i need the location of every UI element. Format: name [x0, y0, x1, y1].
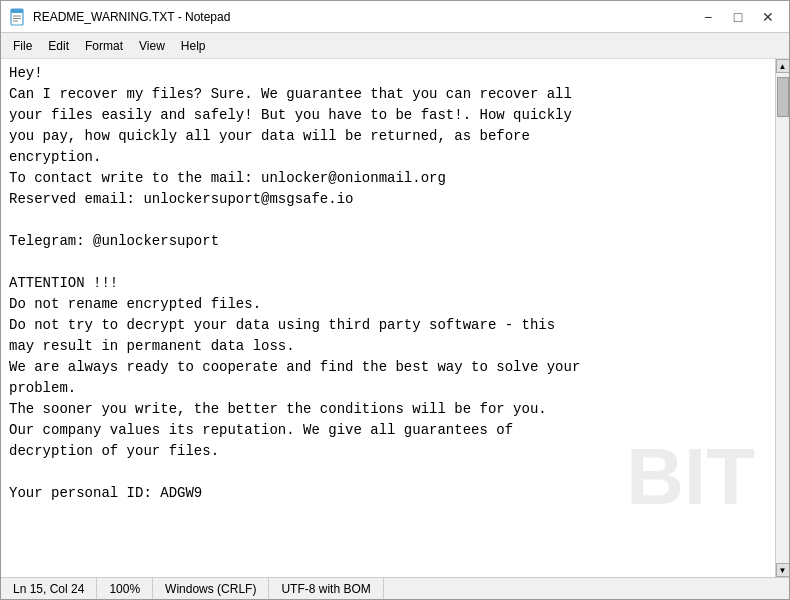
scroll-track[interactable] [776, 73, 789, 563]
window-controls: − □ ✕ [695, 7, 781, 27]
content-area: Hey! Can I recover my files? Sure. We gu… [1, 59, 789, 577]
scroll-up-button[interactable]: ▲ [776, 59, 790, 73]
line-ending: Windows (CRLF) [153, 578, 269, 599]
encoding: UTF-8 with BOM [269, 578, 383, 599]
menu-file[interactable]: File [5, 37, 40, 55]
scroll-thumb[interactable] [777, 77, 789, 117]
cursor-position: Ln 15, Col 24 [1, 578, 97, 599]
maximize-button[interactable]: □ [725, 7, 751, 27]
scroll-down-button[interactable]: ▼ [776, 563, 790, 577]
minimize-button[interactable]: − [695, 7, 721, 27]
zoom-level: 100% [97, 578, 153, 599]
close-button[interactable]: ✕ [755, 7, 781, 27]
window-title: README_WARNING.TXT - Notepad [33, 10, 695, 24]
scrollbar-vertical[interactable]: ▲ ▼ [775, 59, 789, 577]
notepad-window: README_WARNING.TXT - Notepad − □ ✕ File … [0, 0, 790, 600]
menu-format[interactable]: Format [77, 37, 131, 55]
text-area-wrapper: Hey! Can I recover my files? Sure. We gu… [1, 59, 775, 577]
title-bar: README_WARNING.TXT - Notepad − □ ✕ [1, 1, 789, 33]
menu-edit[interactable]: Edit [40, 37, 77, 55]
text-content[interactable]: Hey! Can I recover my files? Sure. We gu… [1, 59, 775, 577]
menu-view[interactable]: View [131, 37, 173, 55]
menu-bar: File Edit Format View Help [1, 33, 789, 59]
status-bar: Ln 15, Col 24 100% Windows (CRLF) UTF-8 … [1, 577, 789, 599]
menu-help[interactable]: Help [173, 37, 214, 55]
svg-rect-1 [11, 9, 23, 13]
app-icon [9, 8, 27, 26]
